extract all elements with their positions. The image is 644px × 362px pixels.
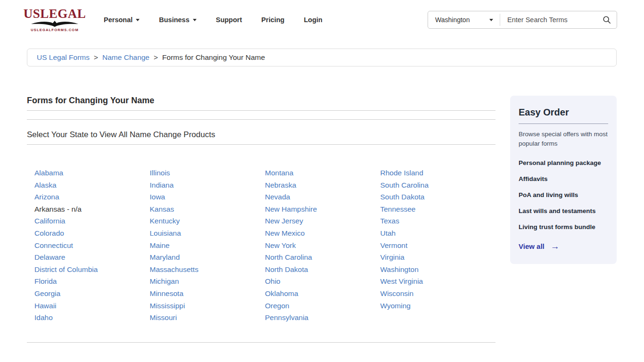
state-link[interactable]: Tennessee: [380, 203, 496, 215]
state-link[interactable]: Nebraska: [265, 179, 380, 191]
state-link[interactable]: Texas: [380, 215, 496, 227]
state-link[interactable]: Indiana: [150, 179, 265, 191]
state-link[interactable]: Pennsylvania: [265, 312, 380, 324]
state-link[interactable]: Wyoming: [380, 300, 496, 312]
state-link[interactable]: South Carolina: [380, 179, 496, 191]
state-link[interactable]: Arizona: [34, 191, 150, 203]
nav-item-personal[interactable]: Personal: [104, 16, 140, 24]
easy-order-description: Browse special offers with most popular …: [519, 130, 608, 148]
search-icon: [603, 16, 611, 24]
nav-item-label: Support: [216, 16, 242, 24]
easy-order-panel: Easy Order Browse special offers with mo…: [510, 96, 617, 264]
easy-order-item[interactable]: Last wills and testaments: [519, 207, 608, 214]
state-link[interactable]: Kansas: [150, 203, 265, 215]
search-button[interactable]: [601, 16, 617, 24]
state-link[interactable]: Massachusetts: [150, 263, 265, 276]
state-link[interactable]: New Jersey: [265, 215, 380, 227]
divider: [27, 111, 495, 120]
state-link[interactable]: California: [34, 215, 150, 227]
state-link[interactable]: Illinois: [150, 167, 265, 179]
state-link[interactable]: Alaska: [34, 179, 150, 191]
bottom-divider: [27, 342, 495, 343]
state-link[interactable]: Florida: [34, 275, 150, 288]
breadcrumb-separator: >: [94, 53, 98, 62]
chevron-down-icon: [193, 19, 197, 21]
easy-order-title: Easy Order: [519, 107, 608, 124]
state-link[interactable]: Missouri: [150, 312, 265, 324]
state-link[interactable]: South Dakota: [380, 191, 496, 203]
breadcrumb-link[interactable]: Name Change: [102, 53, 149, 62]
easy-order-item[interactable]: Living trust forms bundle: [519, 223, 608, 230]
state-link[interactable]: New Hampshire: [265, 203, 380, 215]
easy-order-item[interactable]: Affidavits: [519, 175, 608, 182]
state-link[interactable]: District of Columbia: [34, 263, 150, 276]
nav-item-pricing[interactable]: Pricing: [261, 16, 284, 24]
state-link[interactable]: Michigan: [150, 275, 265, 288]
state-link[interactable]: West Virginia: [380, 275, 496, 288]
view-all-label: View all: [519, 242, 545, 250]
state-link[interactable]: Oklahoma: [265, 288, 380, 300]
state-link[interactable]: Louisiana: [150, 227, 265, 239]
breadcrumb-link[interactable]: US Legal Forms: [37, 53, 90, 62]
state-link[interactable]: Idaho: [34, 312, 150, 324]
page: USLEGAL USLEGALFORMS.COM PersonalBusines…: [0, 0, 644, 343]
nav-item-support[interactable]: Support: [216, 16, 242, 24]
nav-item-login[interactable]: Login: [304, 16, 322, 24]
nav-item-label: Login: [304, 16, 322, 24]
state-item-unavailable: Arkansas - n/a: [34, 203, 150, 215]
section-subtitle: Select Your State to View All Name Chang…: [27, 120, 495, 145]
search-bar: Washington: [428, 11, 617, 29]
search-input[interactable]: [500, 16, 601, 24]
state-link[interactable]: Montana: [265, 167, 380, 179]
state-column: Rhode IslandSouth CarolinaSouth DakotaTe…: [380, 167, 496, 324]
state-link[interactable]: Maryland: [150, 251, 265, 263]
state-link[interactable]: New Mexico: [265, 227, 380, 239]
main-nav: PersonalBusinessSupportPricingLogin: [104, 16, 322, 24]
state-link[interactable]: Rhode Island: [380, 167, 496, 179]
state-link[interactable]: Mississippi: [150, 300, 265, 312]
state-column: AlabamaAlaskaArizonaArkansas - n/aCalifo…: [34, 167, 150, 324]
state-link[interactable]: Nevada: [265, 191, 380, 203]
state-link[interactable]: Iowa: [150, 191, 265, 203]
page-title: Forms for Changing Your Name: [27, 96, 495, 111]
state-link[interactable]: Vermont: [380, 239, 496, 252]
easy-order-items: Personal planning packageAffidavitsPoA a…: [519, 159, 608, 230]
header: USLEGAL USLEGALFORMS.COM PersonalBusines…: [0, 0, 644, 40]
chevron-down-icon: [489, 19, 493, 21]
state-link[interactable]: North Carolina: [265, 251, 380, 263]
easy-order-item[interactable]: PoA and living wills: [519, 191, 608, 198]
state-link[interactable]: Washington: [380, 263, 496, 276]
chevron-down-icon: [136, 19, 140, 21]
uslegal-logo[interactable]: USLEGAL USLEGALFORMS.COM: [28, 8, 81, 32]
arrow-right-icon: →: [551, 242, 560, 251]
state-link[interactable]: Wisconsin: [380, 288, 496, 300]
content-area: Forms for Changing Your Name Select Your…: [27, 96, 495, 343]
nav-item-label: Business: [159, 16, 189, 24]
easy-order-item[interactable]: Personal planning package: [519, 159, 608, 166]
state-link[interactable]: New York: [265, 239, 380, 252]
main-content: Forms for Changing Your Name Select Your…: [0, 96, 644, 343]
logo-subtitle: USLEGALFORMS.COM: [31, 28, 79, 32]
state-link[interactable]: Delaware: [34, 251, 150, 263]
states-grid: AlabamaAlaskaArizonaArkansas - n/aCalifo…: [27, 167, 495, 324]
state-link[interactable]: Minnesota: [150, 288, 265, 300]
state-link[interactable]: Ohio: [265, 275, 380, 288]
state-link[interactable]: Oregon: [265, 300, 380, 312]
nav-item-business[interactable]: Business: [159, 16, 196, 24]
state-link[interactable]: Utah: [380, 227, 496, 239]
state-link[interactable]: Georgia: [34, 288, 150, 300]
state-selector-value: Washington: [435, 16, 470, 24]
state-link[interactable]: Hawaii: [34, 300, 150, 312]
state-link[interactable]: Virginia: [380, 251, 496, 263]
state-link[interactable]: Colorado: [34, 227, 150, 239]
state-link[interactable]: North Dakota: [265, 263, 380, 276]
state-selector-dropdown[interactable]: Washington: [428, 16, 500, 24]
state-link[interactable]: Kentucky: [150, 215, 265, 227]
state-link[interactable]: Alabama: [34, 167, 150, 179]
view-all-link[interactable]: View all →: [519, 242, 560, 251]
logo-title: USLEGAL: [24, 8, 86, 20]
nav-item-label: Personal: [104, 16, 132, 24]
state-column: MontanaNebraskaNevadaNew HampshireNew Je…: [265, 167, 380, 324]
state-link[interactable]: Maine: [150, 239, 265, 252]
state-link[interactable]: Connecticut: [34, 239, 150, 252]
